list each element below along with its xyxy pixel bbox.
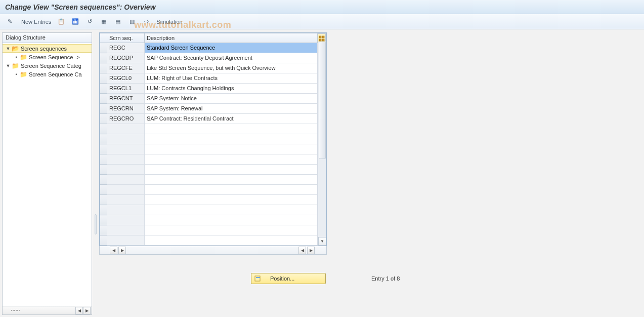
row-selector[interactable] [100, 43, 107, 53]
description-cell[interactable] [145, 165, 317, 174]
tree-node-screen-sequence-categ[interactable]: ▼ Screen Sequence Categ [3, 61, 92, 70]
new-entries-button[interactable]: New Entries [17, 16, 54, 27]
simulation-button[interactable]: Simulation [154, 16, 185, 27]
scrn-seq-cell[interactable] [107, 235, 144, 245]
select-all-button[interactable]: ▦ [97, 16, 110, 27]
hscroll-right-button-2[interactable]: ▶ [307, 247, 315, 254]
vertical-scrollbar[interactable]: ▲ ▼ [318, 33, 326, 246]
description-cell[interactable] [145, 215, 317, 225]
description-cell[interactable]: Standard Screen Sequence [145, 43, 317, 53]
tree-node-screen-sequence-ca[interactable]: • Screen Sequence Ca [3, 70, 92, 78]
description-cell[interactable] [145, 144, 317, 154]
description-cell[interactable] [145, 175, 317, 184]
undo-button[interactable]: ↺ [83, 16, 96, 27]
table-row: REGCDPSAP Contract: Security Deposit Agr… [100, 53, 318, 63]
description-cell[interactable]: LUM: Right of Use Contracts [145, 73, 317, 83]
transport-button[interactable]: ⇨ [140, 16, 153, 27]
position-button[interactable]: Position... [251, 273, 326, 284]
collapse-icon[interactable]: ▼ [5, 63, 12, 68]
description-cell[interactable] [145, 134, 317, 144]
scrn-seq-cell[interactable]: REGCRN [107, 104, 144, 113]
hscroll-left-button-2[interactable]: ◀ [298, 247, 306, 254]
scrn-seq-cell[interactable]: REGCNT [107, 94, 144, 103]
row-selector[interactable] [100, 175, 107, 185]
table-widget: Scrn seq. Description REGCStandard Scree… [99, 32, 327, 246]
scrn-seq-cell[interactable]: REGC [107, 43, 144, 53]
row-selector[interactable] [100, 84, 107, 94]
delete-button[interactable]: 🛅 [69, 16, 82, 27]
description-cell[interactable]: SAP Contract: Residential Contract [145, 114, 317, 124]
row-selector[interactable] [100, 144, 107, 154]
description-cell[interactable] [145, 124, 317, 134]
row-selector[interactable] [100, 73, 107, 84]
description-cell[interactable]: SAP System: Renewal [145, 104, 317, 113]
open-folder-icon [12, 45, 20, 52]
row-selector[interactable] [100, 114, 107, 124]
select-block-button[interactable]: ▤ [111, 16, 124, 27]
scrn-seq-cell[interactable]: REGCFE [107, 63, 144, 73]
scroll-right-button[interactable]: ▶ [83, 307, 91, 314]
row-selector[interactable] [100, 215, 107, 225]
panel-splitter[interactable] [94, 32, 97, 315]
scrn-seq-cell[interactable] [107, 124, 144, 134]
row-selector[interactable] [100, 94, 107, 104]
scrn-seq-cell[interactable] [107, 144, 144, 154]
row-selector[interactable] [100, 235, 107, 246]
scrn-seq-cell[interactable] [107, 175, 144, 184]
scrn-seq-cell[interactable] [107, 154, 144, 164]
column-header-row-selector[interactable] [100, 33, 107, 43]
description-cell[interactable] [145, 195, 317, 205]
scrn-seq-cell[interactable] [107, 134, 144, 144]
drag-handle-icon[interactable] [4, 308, 27, 313]
description-cell[interactable]: Like Std Screen Sequence, but with Quick… [145, 63, 317, 73]
description-cell[interactable]: SAP System: Notice [145, 94, 317, 103]
collapse-icon[interactable]: ▼ [5, 46, 12, 51]
column-header-scrn-seq[interactable]: Scrn seq. [107, 33, 145, 43]
tree-node-screen-sequences[interactable]: ▼ Screen sequences [3, 44, 92, 53]
scrn-seq-cell[interactable]: REGCDP [107, 53, 144, 63]
scrn-seq-cell[interactable] [107, 185, 144, 194]
tree-node-screen-sequence-arrow[interactable]: • Screen Sequence -> [3, 53, 92, 61]
scrn-seq-cell[interactable] [107, 225, 144, 235]
new-entries-label: New Entries [21, 19, 51, 25]
hscroll-left-button[interactable]: ◀ [110, 247, 117, 254]
screen-sequences-table: Scrn seq. Description REGCStandard Scree… [100, 33, 318, 246]
scrn-seq-cell[interactable] [107, 195, 144, 205]
row-selector[interactable] [100, 225, 107, 235]
row-selector[interactable] [100, 205, 107, 215]
description-cell[interactable]: LUM: Contracts Changing Holdings [145, 84, 317, 93]
deselect-all-button[interactable]: ▥ [125, 16, 139, 27]
row-selector[interactable] [100, 195, 107, 205]
row-selector[interactable] [100, 154, 107, 165]
toggle-change-button[interactable]: ✎ [3, 16, 16, 27]
scrn-seq-cell[interactable] [107, 215, 144, 225]
hscroll-right-button[interactable]: ▶ [118, 247, 126, 254]
tree-horizontal-scrollbar[interactable]: ◀ ▶ [2, 306, 92, 315]
row-selector[interactable] [100, 134, 107, 144]
row-selector[interactable] [100, 63, 107, 73]
row-selector[interactable] [100, 104, 107, 114]
scrn-seq-cell[interactable] [107, 165, 144, 174]
scrollbar-thumb[interactable] [319, 42, 326, 159]
description-cell[interactable] [145, 185, 317, 194]
row-selector[interactable] [100, 165, 107, 175]
row-selector[interactable] [100, 185, 107, 195]
copy-button[interactable]: 📋 [55, 16, 68, 27]
description-cell[interactable] [145, 205, 317, 215]
scrn-seq-cell[interactable]: REGCRO [107, 114, 144, 124]
scrn-seq-cell[interactable]: REGCL1 [107, 84, 144, 93]
scroll-left-button[interactable]: ◀ [75, 307, 83, 314]
description-cell[interactable] [145, 235, 317, 245]
scrn-seq-cell[interactable] [107, 205, 144, 215]
table-row [100, 195, 318, 205]
scroll-down-button[interactable]: ▼ [318, 237, 326, 246]
scrollbar-track[interactable] [318, 42, 326, 237]
row-selector[interactable] [100, 124, 107, 134]
row-selector[interactable] [100, 53, 107, 63]
scrn-seq-cell[interactable]: REGCL0 [107, 73, 144, 83]
column-header-description[interactable]: Description [145, 33, 318, 43]
description-cell[interactable] [145, 225, 317, 235]
description-cell[interactable] [145, 154, 317, 164]
table-horizontal-scrollbar[interactable]: ◀ ▶ ◀ ▶ [99, 246, 327, 255]
description-cell[interactable]: SAP Contract: Security Deposit Agreement [145, 53, 317, 63]
